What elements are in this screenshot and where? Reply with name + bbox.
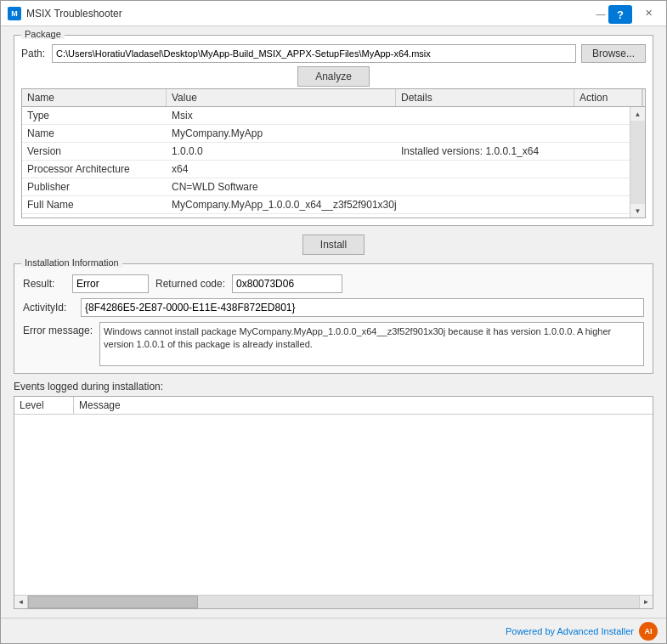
install-row: Install (14, 234, 653, 255)
scroll-h-track (28, 596, 639, 608)
table-row: Version 1.0.0.0 Installed versions: 1.0.… (22, 143, 630, 161)
events-col-message: Message (74, 397, 653, 414)
td-details (396, 125, 574, 142)
install-button[interactable]: Install (302, 234, 365, 255)
title-bar: M MSIX Troubleshooter — ☐ ✕ ? (1, 1, 666, 26)
td-action (574, 143, 630, 160)
result-input[interactable] (72, 274, 149, 293)
package-group-title: Package (21, 29, 65, 39)
td-name: Publisher (22, 178, 167, 195)
td-details (396, 107, 574, 124)
error-message-label: Error message: (23, 322, 93, 336)
col-details: Details (396, 89, 574, 106)
col-name: Name (22, 89, 167, 106)
events-header: Level Message (14, 397, 653, 415)
activity-id-input[interactable] (81, 298, 644, 317)
path-label: Path: (21, 48, 47, 59)
col-value: Value (167, 89, 396, 106)
package-group: Package Path: Browse... Analyze Name Val… (14, 35, 653, 226)
activity-id-label: ActivityId: (23, 302, 74, 314)
col-action: Action (574, 89, 642, 106)
td-action (574, 178, 630, 195)
error-row: Error message: (23, 322, 644, 366)
events-table-container: Level Message ◄ ► (14, 396, 653, 609)
installation-info-title: Installation Information (21, 257, 122, 268)
result-row: Result: Returned code: (23, 274, 644, 293)
scroll-down-arrow[interactable]: ▼ (631, 204, 645, 217)
td-name: Full Name (22, 196, 167, 213)
scroll-right-arrow[interactable]: ► (639, 596, 653, 609)
td-value: MyCompany.MyApp (167, 125, 396, 142)
td-action (574, 125, 630, 142)
events-col-level: Level (14, 397, 74, 414)
td-value: x64 (167, 161, 396, 178)
td-value: 1.0.0.0 (167, 143, 396, 160)
analyze-row: Analyze (21, 66, 646, 87)
result-label: Result: (23, 278, 65, 290)
main-content: Package Path: Browse... Analyze Name Val… (1, 26, 666, 618)
scroll-track (630, 121, 645, 204)
title-bar-left: M MSIX Troubleshooter (8, 7, 122, 20)
table-body: Type Msix Name MyCompany.MyApp Version 1… (22, 107, 630, 217)
app-icon: M (8, 7, 21, 20)
td-details (396, 196, 574, 213)
events-body (14, 415, 653, 595)
installation-info-group: Installation Information Result: Returne… (14, 263, 653, 374)
td-details: Installed versions: 1.0.0.1_x64 (396, 143, 574, 160)
table-row: Full Name MyCompany.MyApp_1.0.0.0_x64__z… (22, 196, 630, 214)
path-row: Path: Browse... (21, 44, 646, 63)
analyze-button[interactable]: Analyze (297, 66, 370, 87)
powered-by-link[interactable]: Powered by Advanced Installer (506, 626, 634, 636)
close-button[interactable]: ✕ (637, 5, 659, 22)
td-action (574, 107, 630, 124)
window-title: MSIX Troubleshooter (26, 8, 122, 20)
td-value: MyCompany.MyApp_1.0.0.0_x64__z3f52f901x3… (167, 196, 396, 213)
error-message-textarea[interactable] (99, 322, 644, 366)
footer: Powered by Advanced Installer AI (1, 618, 666, 643)
events-section: Events logged during installation: Level… (14, 381, 653, 609)
td-name: Name (22, 125, 167, 142)
td-details (396, 178, 574, 195)
path-input[interactable] (52, 44, 576, 63)
table-row: Name MyCompany.MyApp (22, 125, 630, 143)
browse-button[interactable]: Browse... (581, 44, 646, 63)
main-window: M MSIX Troubleshooter — ☐ ✕ ? Package Pa… (0, 0, 667, 644)
returned-code-input[interactable] (232, 274, 342, 293)
scroll-h-thumb[interactable] (28, 596, 198, 608)
scroll-up-arrow[interactable]: ▲ (631, 107, 645, 121)
returned-code-label: Returned code: (155, 278, 225, 290)
horizontal-scrollbar: ◄ ► (14, 595, 653, 608)
table-row: Type Msix (22, 107, 630, 125)
table-row: Processor Architecture x64 (22, 161, 630, 178)
advanced-installer-logo: AI (639, 622, 658, 641)
table-row: Publisher CN=WLD Software (22, 178, 630, 196)
td-details (396, 161, 574, 178)
activity-row: ActivityId: (23, 298, 644, 317)
events-label: Events logged during installation: (14, 381, 653, 393)
td-action (574, 161, 630, 178)
help-icon[interactable]: ? (608, 5, 632, 24)
td-name: Version (22, 143, 167, 160)
table-header: Name Value Details Action (22, 89, 645, 107)
td-value: CN=WLD Software (167, 178, 396, 195)
td-value: Msix (167, 107, 396, 124)
td-action (574, 196, 630, 213)
td-name: Type (22, 107, 167, 124)
scroll-left-arrow[interactable]: ◄ (14, 596, 28, 609)
package-table: Name Value Details Action Type Msix Name… (21, 88, 646, 218)
td-name: Processor Architecture (22, 161, 167, 178)
